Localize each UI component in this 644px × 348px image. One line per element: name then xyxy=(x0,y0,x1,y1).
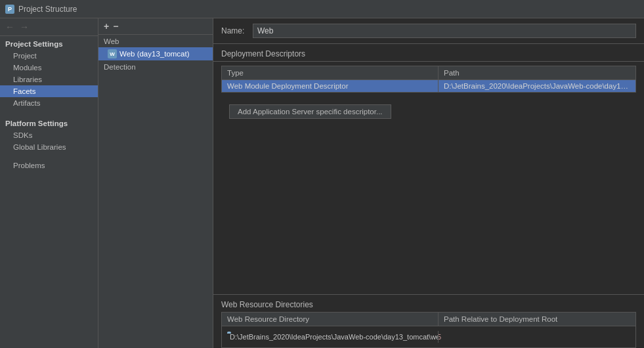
name-input[interactable] xyxy=(253,24,636,38)
descriptor-path-cell: D:\JetBrains_2020\IdeaProjects\JavaWeb-c… xyxy=(439,80,635,92)
path-column-header: Path xyxy=(439,66,635,79)
remove-facet-button[interactable]: − xyxy=(113,22,118,31)
web-section-label: Web xyxy=(98,35,213,47)
middle-toolbar: + − xyxy=(98,18,213,35)
wrd-relative-path-cell: https://blog.csdn.net/qq_44407005 xyxy=(439,326,635,347)
sidebar-item-libraries[interactable]: Libraries xyxy=(0,74,98,85)
web-tomcat-item[interactable]: W Web (day13_tomcat) xyxy=(98,47,213,60)
wrd-row[interactable]: D:\JetBrains_2020\IdeaProjects\JavaWeb-c… xyxy=(222,326,635,347)
deployment-descriptors-title: Deployment Descriptors xyxy=(213,44,644,62)
wrd-directory-cell: D:\JetBrains_2020\IdeaProjects\JavaWeb-c… xyxy=(222,331,439,343)
wrd-path-header: Path Relative to Deployment Root xyxy=(439,313,635,326)
right-panel: Name: Deployment Descriptors Type Path W… xyxy=(213,18,644,348)
sidebar-item-sdks[interactable]: SDKs xyxy=(0,129,98,141)
web-facet-icon: W xyxy=(108,49,117,58)
project-settings-header: Project Settings xyxy=(0,36,98,50)
project-icon: P xyxy=(5,5,14,14)
descriptor-type-cell: Web Module Deployment Descriptor xyxy=(222,80,439,92)
sidebar-item-facets[interactable]: Facets xyxy=(0,85,98,97)
wrd-directory-header: Web Resource Directory xyxy=(222,313,439,326)
name-label: Name: xyxy=(221,26,247,35)
table-row[interactable]: Web Module Deployment Descriptor D:\JetB… xyxy=(222,80,635,92)
sidebar-item-modules[interactable]: Modules xyxy=(0,62,98,74)
table-header: Type Path xyxy=(222,66,635,80)
type-column-header: Type xyxy=(222,66,439,79)
watermark-text: https://blog.csdn.net/qq_44407005 xyxy=(439,334,444,341)
middle-panel: + − Web W Web (day13_tomcat) Detection xyxy=(98,18,213,348)
wrd-table: Web Resource Directory Path Relative to … xyxy=(221,312,636,348)
add-facet-button[interactable]: + xyxy=(104,22,109,31)
web-resource-directories-section: Web Resource Directories Web Resource Di… xyxy=(213,294,644,348)
title-bar: P Project Structure xyxy=(0,0,644,18)
detection-label: Detection xyxy=(98,60,213,73)
forward-button[interactable]: → xyxy=(20,22,29,32)
wrd-title: Web Resource Directories xyxy=(213,297,644,312)
add-descriptor-wrapper: Add Application Server specific descript… xyxy=(213,93,644,131)
sidebar-item-project[interactable]: Project xyxy=(0,50,98,62)
nav-controls: ← → xyxy=(0,18,98,36)
sidebar-item-global-libraries[interactable]: Global Libraries xyxy=(0,141,98,153)
main-layout: ← → Project Settings Project Modules Lib… xyxy=(0,18,644,348)
sidebar: ← → Project Settings Project Modules Lib… xyxy=(0,18,98,348)
wrd-header: Web Resource Directory Path Relative to … xyxy=(222,313,635,326)
sidebar-item-problems[interactable]: Problems xyxy=(0,160,98,171)
sidebar-item-artifacts[interactable]: Artifacts xyxy=(0,97,98,109)
deployment-descriptors-table: Type Path Web Module Deployment Descript… xyxy=(221,66,636,93)
back-button[interactable]: ← xyxy=(5,22,14,32)
add-descriptor-button[interactable]: Add Application Server specific descript… xyxy=(229,104,391,119)
name-row: Name: xyxy=(213,18,644,44)
platform-settings-header: Platform Settings xyxy=(0,116,98,129)
title-bar-text: Project Structure xyxy=(18,5,77,14)
